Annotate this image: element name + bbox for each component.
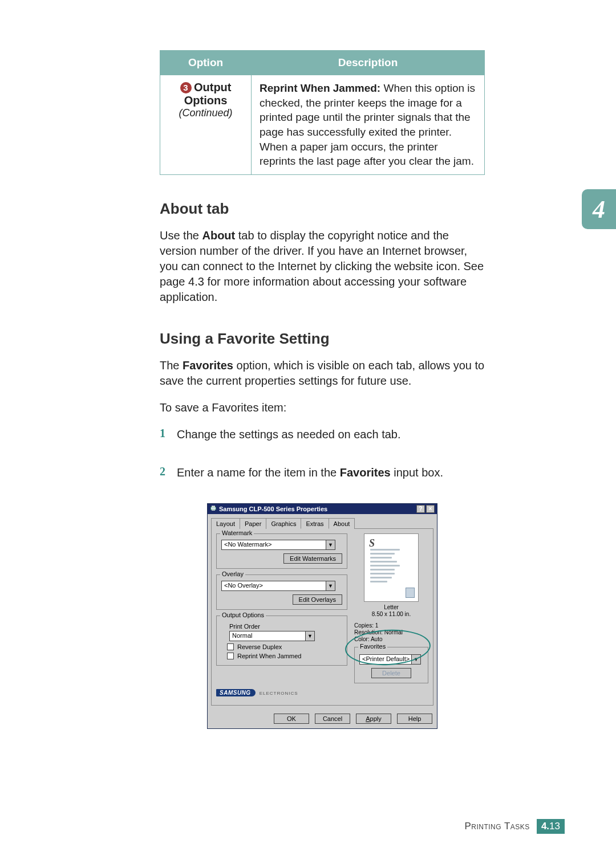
option-badge: 3: [180, 82, 192, 93]
apply-button[interactable]: Apply: [356, 714, 391, 724]
chevron-down-icon: ▼: [305, 631, 314, 641]
text-bold-about: About: [202, 229, 235, 242]
step-number-1: 1: [160, 427, 170, 454]
text-fragment: The: [160, 359, 183, 372]
footer-section-label: Printing Tasks: [464, 821, 530, 832]
heading-about-tab: About tab: [160, 200, 485, 218]
help-button[interactable]: Help: [397, 714, 432, 724]
table-header-description: Description: [252, 51, 485, 75]
preview-paper-size: 8.50 x 11.00 in.: [354, 611, 428, 618]
chevron-down-icon: ▼: [326, 581, 335, 590]
samsung-s-icon: S: [369, 537, 375, 549]
text-fragment: Enter a name for the item in the: [177, 466, 340, 479]
footer-chapter-number: 4.: [541, 821, 549, 832]
options-table: Option Description 3 Output Options (Con…: [160, 50, 485, 175]
description-cell: Reprint When Jammed: When this option is…: [252, 75, 485, 175]
chapter-number: 4: [593, 195, 605, 224]
samsung-logo-sub: ELECTRONICS: [260, 691, 298, 696]
list-item: 1 Change the settings as needed on each …: [160, 427, 485, 454]
favorites-select-value: <Printer Default>: [360, 655, 411, 664]
checkbox-icon: [227, 643, 234, 650]
chevron-down-icon: ▼: [326, 540, 335, 549]
about-paragraph: Use the About tab to display the copyrig…: [160, 228, 485, 305]
preview-paper-name: Letter: [354, 604, 428, 611]
group-favorites-legend: Favorites: [358, 643, 387, 650]
group-output-legend: Output Options: [220, 612, 266, 618]
cancel-button[interactable]: Cancel: [315, 714, 350, 724]
favorite-paragraph-1: The Favorites option, which is visible o…: [160, 358, 485, 389]
group-watermark: Watermark <No Watermark> ▼ Edit Watermar…: [216, 533, 347, 569]
text-bold-favorites-input: Favorites: [340, 466, 391, 479]
text-fragment: Use the: [160, 229, 202, 242]
text-fragment: pply: [370, 715, 382, 722]
printer-icon: [210, 505, 217, 513]
text-fragment: input box.: [394, 466, 443, 479]
step-1-text: Change the settings as needed on each ta…: [177, 427, 485, 442]
info-copies: Copies: 1: [354, 622, 428, 629]
svg-rect-2: [212, 509, 215, 510]
watermark-select-value: <No Watermark>: [222, 540, 326, 549]
print-order-label: Print Order: [229, 623, 342, 630]
favorites-delete-button[interactable]: Delete: [371, 668, 411, 678]
tab-panel-extras: Watermark <No Watermark> ▼ Edit Watermar…: [211, 529, 433, 706]
list-item: 2 Enter a name for the item in the Favor…: [160, 465, 485, 492]
dialog-help-button[interactable]: ?: [416, 505, 425, 513]
option-title-line2: Options: [168, 94, 243, 107]
group-overlay-legend: Overlay: [220, 570, 245, 577]
info-resolution: Resolution: Normal: [354, 629, 428, 635]
dialog-title: Samsung CLP-500 Series Properties: [219, 506, 327, 512]
tab-paper[interactable]: Paper: [240, 518, 266, 529]
step-2-text: Enter a name for the item in the Favorit…: [177, 465, 485, 480]
table-row: 3 Output Options (Continued) Reprint Whe…: [160, 75, 485, 175]
tab-about[interactable]: About: [329, 518, 355, 529]
option-cell: 3 Output Options (Continued): [160, 75, 252, 175]
edit-watermarks-button[interactable]: Edit Watermarks: [283, 553, 342, 564]
print-order-select[interactable]: Normal ▼: [229, 631, 315, 641]
reverse-duplex-label: Reverse Duplex: [237, 643, 282, 650]
chevron-down-icon: ▼: [411, 655, 420, 664]
tab-graphics[interactable]: Graphics: [266, 518, 301, 529]
overlay-select-value: <No Overlay>: [222, 581, 326, 590]
properties-dialog: Samsung CLP-500 Series Properties ? × La…: [207, 503, 437, 729]
option-continued: (Continued): [168, 107, 243, 119]
reverse-duplex-checkbox[interactable]: Reverse Duplex: [227, 643, 342, 650]
dialog-footer: OK Cancel Apply Help: [208, 709, 437, 728]
group-output-options: Output Options Print Order Normal ▼ Reve…: [216, 616, 347, 666]
text-fragment: A: [366, 715, 370, 722]
heading-favorite-setting: Using a Favorite Setting: [160, 330, 485, 348]
preview-caption: Letter 8.50 x 11.00 in.: [354, 604, 428, 618]
edit-overlays-button[interactable]: Edit Overlays: [293, 594, 342, 605]
preview-corner-icon: [406, 588, 415, 598]
page-preview: S: [364, 533, 419, 602]
page-footer: Printing Tasks 4.13: [464, 819, 565, 834]
watermark-select[interactable]: <No Watermark> ▼: [221, 540, 335, 550]
reprint-when-jammed-label: Reprint When Jammed: [237, 653, 302, 659]
favorite-paragraph-2: To save a Favorites item:: [160, 400, 485, 415]
favorites-select[interactable]: <Printer Default> ▼: [359, 654, 421, 665]
step-number-2: 2: [160, 465, 170, 492]
tab-extras[interactable]: Extras: [301, 518, 329, 529]
print-order-value: Normal: [230, 631, 305, 641]
overlay-select[interactable]: <No Overlay> ▼: [221, 581, 335, 591]
text-bold-favorites: Favorites: [183, 359, 233, 372]
dialog-close-button[interactable]: ×: [426, 505, 435, 513]
samsung-logo: SAMSUNG: [216, 689, 256, 696]
ok-button[interactable]: OK: [274, 714, 309, 724]
desc-rest: When this option is checked, the printer…: [260, 82, 475, 167]
info-color: Color: Auto: [354, 636, 428, 642]
page-number-badge: 4.13: [537, 819, 565, 834]
group-watermark-legend: Watermark: [220, 529, 254, 536]
option-title-line1: Output: [194, 81, 232, 93]
dialog-tabs: Layout Paper Graphics Extras About: [211, 517, 433, 529]
dialog-titlebar: Samsung CLP-500 Series Properties ? ×: [208, 504, 437, 514]
steps-list: 1 Change the settings as needed on each …: [160, 427, 485, 492]
reprint-when-jammed-checkbox[interactable]: Reprint When Jammed: [227, 653, 342, 659]
group-overlay: Overlay <No Overlay> ▼ Edit Overlays: [216, 574, 347, 610]
dialog-screenshot: Samsung CLP-500 Series Properties ? × La…: [207, 503, 437, 729]
table-header-option: Option: [160, 51, 252, 75]
desc-lead: Reprint When Jammed:: [260, 82, 380, 94]
tab-layout[interactable]: Layout: [211, 518, 240, 529]
checkbox-icon: [227, 653, 234, 659]
group-favorites: Favorites <Printer Default> ▼ Delete: [354, 647, 428, 683]
footer-page-number: 13: [549, 821, 560, 832]
